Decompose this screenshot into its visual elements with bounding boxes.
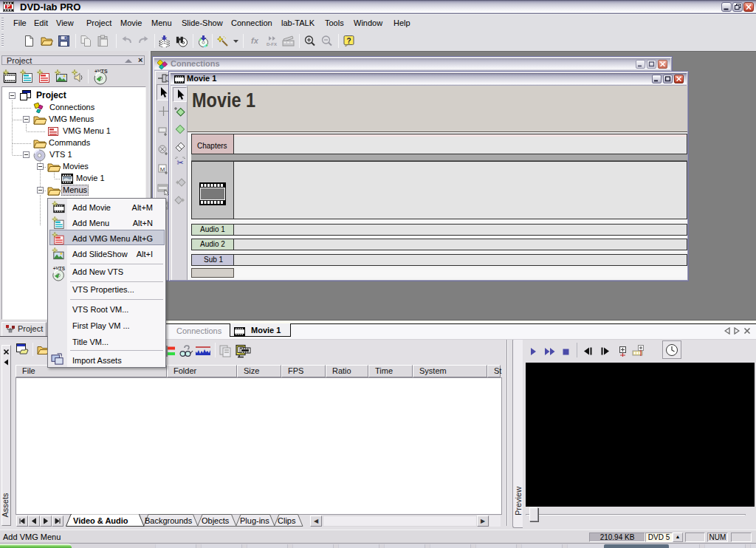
svg-text:D-FX: D-FX xyxy=(267,42,277,47)
svg-text:?: ? xyxy=(346,37,351,45)
svg-text:P: P xyxy=(7,4,10,9)
svg-text:M: M xyxy=(160,166,165,173)
svg-text:✂: ✂ xyxy=(176,158,183,167)
svg-text:fx: fx xyxy=(251,36,259,45)
